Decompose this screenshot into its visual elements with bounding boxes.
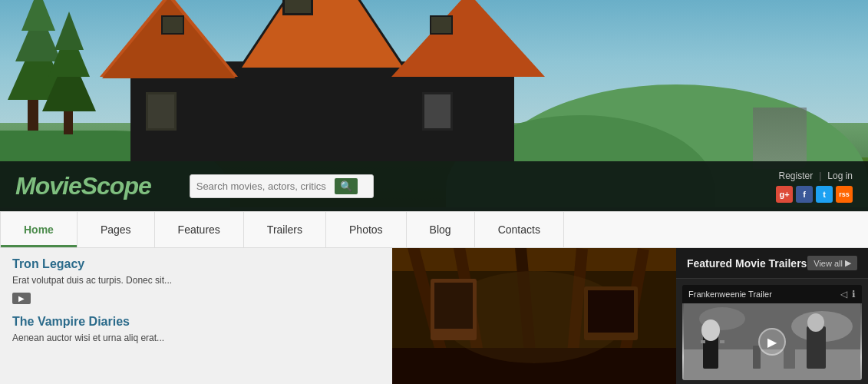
separator: | (819, 170, 821, 181)
article-2-title[interactable]: The Vampire Diaries (12, 315, 380, 329)
view-all-arrow: ▶ (845, 258, 851, 268)
view-all-label: View all (814, 259, 843, 268)
svg-point-23 (807, 313, 824, 332)
road (753, 108, 807, 169)
gplus-icon[interactable]: g+ (776, 186, 793, 203)
tree-2 (42, 12, 96, 134)
svg-rect-1 (392, 248, 676, 271)
logo-part2: Scope (81, 172, 151, 200)
social-icons: g+ f t rss (776, 186, 853, 203)
svg-rect-10 (434, 283, 473, 329)
svg-rect-25 (753, 346, 761, 369)
movie-image (392, 248, 676, 384)
twitter-icon[interactable]: t (816, 186, 833, 203)
svg-rect-20 (701, 340, 705, 343)
header-right: Register | Log in g+ f t rss (776, 170, 853, 203)
share-icon[interactable]: ◁ (840, 289, 847, 300)
nav-item-photos[interactable]: Photos (326, 212, 407, 247)
svg-rect-24 (784, 342, 795, 369)
nav-item-features[interactable]: Features (155, 212, 244, 247)
trailer-icons: ◁ ℹ (840, 289, 856, 300)
auth-links: Register | Log in (778, 170, 853, 181)
logo-part1: Movie (15, 172, 81, 200)
nav-bar: Home Pages Features Trailers Photos Blog… (0, 211, 868, 248)
article-2: The Vampire Diaries Aenean auctor wisi e… (12, 315, 380, 345)
article-1-text: Erat volutpat duis ac turpis. Donec sit.… (12, 274, 380, 287)
readmore-icon: ▶ (18, 294, 25, 303)
facebook-icon[interactable]: f (796, 186, 813, 203)
article-1: Tron Legacy Erat volutpat duis ac turpis… (12, 257, 380, 304)
trailer-thumbnail: ▶ (682, 303, 862, 380)
header-bar: MovieScope 🔍 Register | Log in g+ f t rs… (0, 161, 868, 211)
search-input[interactable] (196, 180, 335, 192)
article-1-title[interactable]: Tron Legacy (12, 257, 380, 271)
house (100, 8, 545, 161)
svg-point-19 (701, 319, 720, 341)
sidebar-title: Featured Movie Trailers (687, 257, 807, 270)
articles-panel: Tron Legacy Erat volutpat duis ac turpis… (0, 248, 392, 384)
trailer-card: Frankenweenie Trailer ◁ ℹ (682, 285, 862, 380)
article-1-readmore[interactable]: ▶ (12, 293, 31, 304)
sidebar-panel: Featured Movie Trailers View all ▶ Frank… (676, 248, 868, 384)
movie-image-panel (392, 248, 676, 384)
article-2-text: Aenean auctor wisi et urna aliq erat... (12, 332, 380, 345)
trailer-top-bar: Frankenweenie Trailer ◁ ℹ (682, 285, 862, 303)
info-icon[interactable]: ℹ (852, 289, 856, 300)
svg-rect-12 (588, 290, 634, 333)
search-button[interactable]: 🔍 (335, 178, 358, 194)
nav-item-pages[interactable]: Pages (78, 212, 155, 247)
search-container: 🔍 (190, 174, 374, 198)
trailer-name: Frankenweenie Trailer (688, 290, 772, 299)
nav-item-blog[interactable]: Blog (407, 212, 475, 247)
play-icon: ▶ (767, 335, 777, 349)
main-content: Tron Legacy Erat volutpat duis ac turpis… (0, 248, 868, 384)
nav-item-trailers[interactable]: Trailers (244, 212, 326, 247)
movie-scene-svg (392, 248, 676, 384)
rss-icon[interactable]: rss (836, 186, 853, 203)
view-all-button[interactable]: View all ▶ (807, 256, 857, 270)
login-link[interactable]: Log in (827, 170, 853, 181)
svg-rect-21 (720, 340, 724, 343)
svg-rect-22 (807, 326, 826, 369)
nav-item-contacts[interactable]: Contacts (475, 212, 564, 247)
register-link[interactable]: Register (778, 170, 813, 181)
sidebar-header: Featured Movie Trailers View all ▶ (676, 248, 868, 279)
play-button[interactable]: ▶ (758, 328, 786, 356)
site-logo[interactable]: MovieScope (15, 172, 151, 200)
nav-item-home[interactable]: Home (0, 212, 78, 247)
